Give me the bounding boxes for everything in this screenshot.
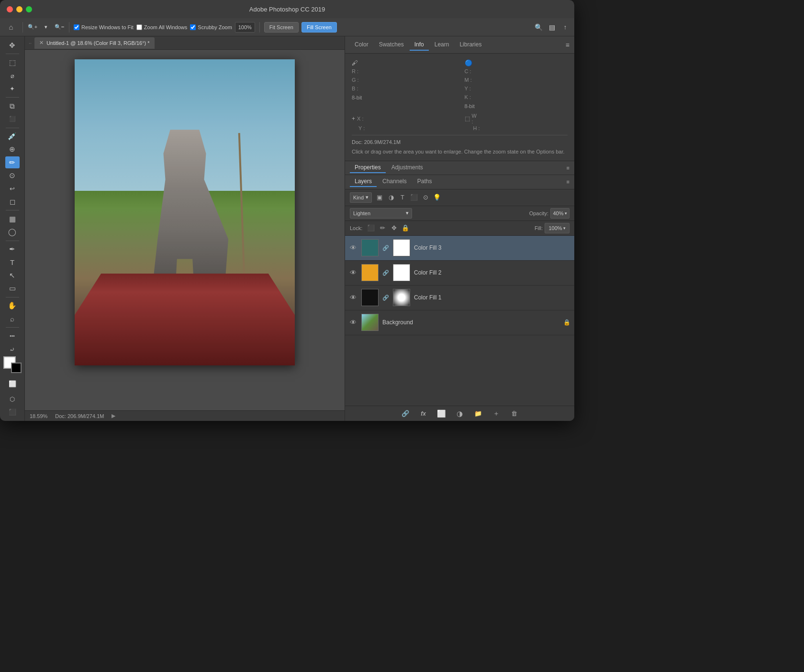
zoom-level-input[interactable] [235,22,255,33]
maximize-button[interactable] [26,6,32,12]
scrubby-zoom-checkbox[interactable]: Scrubby Zoom [190,24,232,30]
pen-tool[interactable]: ✒ [5,243,20,255]
layer-link-icon-2[interactable]: 🔗 [382,269,389,276]
tab-libraries[interactable]: Libraries [455,39,486,51]
spot-heal-tool[interactable]: ⊕ [5,143,20,155]
link-layers-icon[interactable]: 🔗 [400,408,411,419]
tab-learn[interactable]: Learn [430,39,454,51]
magic-wand-tool[interactable]: ✦ [5,83,20,95]
lock-position-icon[interactable]: ✏ [378,223,387,233]
eyedropper-tool[interactable]: 💉 [5,130,20,142]
brush-tool[interactable]: ✏ [5,156,20,168]
tab-layers[interactable]: Layers [350,176,377,187]
new-layer-icon[interactable]: ＋ [491,408,502,419]
status-arrow[interactable]: ▶ [112,413,115,419]
opacity-dropdown-arrow[interactable]: ▾ [565,211,567,216]
opacity-value-input[interactable]: 40% ▾ [550,208,570,219]
tab-properties[interactable]: Properties [350,163,386,173]
marquee-tool[interactable]: ⬚ [5,56,20,68]
zoom-out-icon[interactable]: 🔍− [54,22,65,33]
crop-tool[interactable]: ⧉ [5,100,20,112]
layer-row-color-fill-2[interactable]: 👁 🔗 Color Fill 2 [345,261,574,286]
blend-mode-select[interactable]: Lighten ▾ [350,208,412,219]
zoom-in-icon[interactable]: 🔍+ [27,22,38,33]
zoom-dropdown-icon[interactable]: ▾ [41,22,51,33]
layer-row-color-fill-3[interactable]: 👁 🔗 Color Fill 3 [345,236,574,261]
gradient-tool[interactable]: ▦ [5,213,20,225]
stamp-tool[interactable]: ⊙ [5,169,20,181]
layer-row-color-fill-1[interactable]: 👁 🔗 Color Fill 1 [345,286,574,310]
resize-windows-checkbox[interactable]: Resize Windows to Fit [74,24,134,30]
lock-move-icon[interactable]: ✥ [389,223,399,233]
screen-mode-icon[interactable]: ⬜ [5,378,20,390]
layer-visibility-color-fill-1[interactable]: 👁 [349,293,357,302]
lock-pixels-icon[interactable]: ⬛ [366,223,376,233]
new-group-icon[interactable]: 📁 [472,408,484,419]
filter-smart-icon[interactable]: ⊙ [421,193,430,202]
layers-menu-icon[interactable]: ≡ [567,179,570,185]
fit-screen-button[interactable]: Fit Screen [264,22,299,33]
panels-collapse-left[interactable]: ·· [29,40,32,46]
color-swatches[interactable] [3,356,22,373]
adjustment-layer-icon[interactable]: ◑ [454,408,466,419]
fx-icon[interactable]: fx [418,408,429,419]
move-tool[interactable]: ✥ [5,39,20,51]
tab-close-icon[interactable]: ✕ [39,40,44,46]
share-icon[interactable]: ↑ [560,22,570,33]
layer-link-icon[interactable]: 🔗 [382,244,389,251]
layer-visibility-background[interactable]: 👁 [349,318,357,327]
layer-row-background[interactable]: 👁 Background 🔒 [345,310,574,335]
frame-tool[interactable]: ⬛ [5,113,20,125]
eraser-tool[interactable]: ◻ [5,196,20,208]
layer-link-icon-3[interactable]: 🔗 [382,294,389,301]
tab-color[interactable]: Color [350,39,373,51]
tab-channels[interactable]: Channels [378,176,412,187]
dodge-tool[interactable]: ◯ [5,226,20,238]
filter-adjust-icon[interactable]: ◑ [386,193,396,202]
eyedropper1-icon[interactable]: 🖋 [352,59,358,66]
filter-effect-icon[interactable]: 💡 [432,193,442,202]
eyedropper2-icon[interactable]: 🔵 [465,59,472,66]
tab-swatches[interactable]: Swatches [374,39,409,51]
background-color[interactable] [11,363,22,373]
canvas-content[interactable] [25,50,345,410]
tab-adjustments[interactable]: Adjustments [387,163,428,173]
rect-icon[interactable]: ⬚ [465,115,470,122]
filter-kind-select[interactable]: Kind ▾ [350,192,372,203]
history-brush-tool[interactable]: ↩ [5,183,20,195]
panel-menu-icon[interactable]: ≡ [566,41,570,49]
lasso-tool[interactable]: ⌀ [5,69,20,81]
lock-artboard-icon[interactable]: 🔒 [401,223,410,233]
zoom-all-windows-checkbox[interactable]: Zoom All Windows [136,24,187,30]
add-mask-icon[interactable]: ⬜ [436,408,447,419]
filter-shape-icon[interactable]: ⬛ [409,193,419,202]
artboard-icon[interactable]: ⬛ [5,406,20,418]
close-button[interactable] [7,6,13,12]
quick-mask-icon[interactable]: ⬡ [5,393,20,405]
home-button[interactable]: ⌂ [4,20,18,34]
layer-visibility-color-fill-2[interactable]: 👁 [349,268,357,277]
arrange-documents-icon[interactable]: ▤ [547,22,557,33]
text-tool[interactable]: T [5,256,20,268]
filter-pixel-icon[interactable]: ▣ [375,193,384,202]
tab-info[interactable]: Info [410,39,429,51]
zoom-tool[interactable]: ⌕ [5,313,20,325]
fill-screen-button[interactable]: Fill Screen [302,22,337,33]
hand-tool[interactable]: ✋ [5,300,20,312]
properties-menu-icon[interactable]: ≡ [567,165,570,171]
fill-value-input[interactable]: 100% ▾ [545,223,570,233]
minimize-button[interactable] [16,6,22,12]
window-controls[interactable] [7,6,32,12]
delete-layer-icon[interactable]: 🗑 [509,408,520,419]
rotate-view-tool[interactable]: ⤾ [5,343,20,355]
path-select-tool[interactable]: ↖ [5,269,20,281]
filter-text-icon[interactable]: T [398,193,407,202]
layer-visibility-color-fill-3[interactable]: 👁 [349,243,357,252]
fill-dropdown-arrow[interactable]: ▾ [563,226,566,231]
plus-icon[interactable]: + [352,115,355,122]
extra-tools[interactable]: ••• [5,330,20,342]
search-icon[interactable]: 🔍 [533,22,544,33]
tab-paths[interactable]: Paths [413,176,437,187]
canvas-tab-untitled[interactable]: ✕ Untitled-1 @ 18.6% (Color Fill 3, RGB/… [34,37,154,49]
rectangle-tool[interactable]: ▭ [5,283,20,295]
